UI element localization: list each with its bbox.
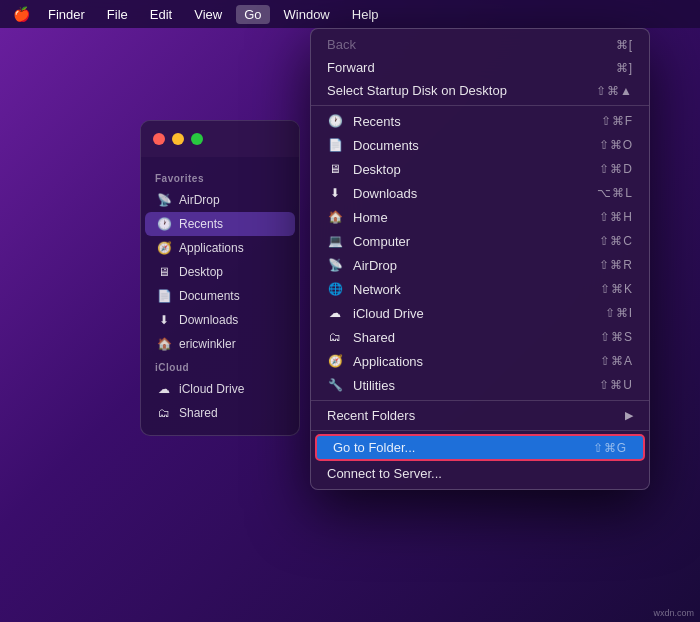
- utilities-menu-icon: 🔧: [327, 377, 343, 393]
- shared-label: Shared: [353, 330, 395, 345]
- apple-menu-icon[interactable]: 🍎: [12, 5, 30, 23]
- menu-item-network[interactable]: 🌐 Network ⇧⌘K: [311, 277, 649, 301]
- sidebar-item-documents[interactable]: 📄 Documents: [145, 284, 295, 308]
- menubar-finder[interactable]: Finder: [40, 5, 93, 24]
- maximize-button[interactable]: [191, 133, 203, 145]
- close-button[interactable]: [153, 133, 165, 145]
- downloads-shortcut: ⌥⌘L: [597, 186, 633, 200]
- computer-shortcut: ⇧⌘C: [599, 234, 633, 248]
- menu-item-desktop[interactable]: 🖥 Desktop ⇧⌘D: [311, 157, 649, 181]
- sidebar-desktop-label: Desktop: [179, 265, 223, 279]
- sidebar-documents-label: Documents: [179, 289, 240, 303]
- recents-menu-icon: 🕐: [327, 113, 343, 129]
- sidebar-item-airdrop[interactable]: 📡 AirDrop: [145, 188, 295, 212]
- startup-shortcut: ⇧⌘▲: [596, 84, 633, 98]
- documents-menu-icon: 📄: [327, 137, 343, 153]
- network-menu-icon: 🌐: [327, 281, 343, 297]
- menu-item-documents[interactable]: 📄 Documents ⇧⌘O: [311, 133, 649, 157]
- sidebar-recents-label: Recents: [179, 217, 223, 231]
- menu-item-recents[interactable]: 🕐 Recents ⇧⌘F: [311, 109, 649, 133]
- computer-menu-icon: 💻: [327, 233, 343, 249]
- menu-item-back[interactable]: Back ⌘[: [311, 33, 649, 56]
- connect-server-label: Connect to Server...: [327, 466, 442, 481]
- recents-shortcut: ⇧⌘F: [601, 114, 633, 128]
- sidebar-item-applications[interactable]: 🧭 Applications: [145, 236, 295, 260]
- desktop-label: Desktop: [353, 162, 401, 177]
- menu-item-icloud[interactable]: ☁ iCloud Drive ⇧⌘I: [311, 301, 649, 325]
- startup-label: Select Startup Disk on Desktop: [327, 83, 507, 98]
- minimize-button[interactable]: [172, 133, 184, 145]
- forward-label: Forward: [327, 60, 375, 75]
- airdrop-shortcut: ⇧⌘R: [599, 258, 633, 272]
- sidebar-item-downloads[interactable]: ⬇ Downloads: [145, 308, 295, 332]
- sidebar-item-home[interactable]: 🏠 ericwinkler: [145, 332, 295, 356]
- network-shortcut: ⇧⌘K: [600, 282, 633, 296]
- menu-item-home[interactable]: 🏠 Home ⇧⌘H: [311, 205, 649, 229]
- recents-icon: 🕐: [157, 217, 171, 231]
- menubar-go[interactable]: Go: [236, 5, 269, 24]
- recents-label: Recents: [353, 114, 401, 129]
- recent-folders-arrow: ▶: [625, 409, 633, 422]
- menu-item-downloads[interactable]: ⬇ Downloads ⌥⌘L: [311, 181, 649, 205]
- airdrop-menu-icon: 📡: [327, 257, 343, 273]
- divider-2: [311, 400, 649, 401]
- menu-item-forward[interactable]: Forward ⌘]: [311, 56, 649, 79]
- menu-item-applications[interactable]: 🧭 Applications ⇧⌘A: [311, 349, 649, 373]
- home-shortcut: ⇧⌘H: [599, 210, 633, 224]
- home-menu-icon: 🏠: [327, 209, 343, 225]
- downloads-menu-icon: ⬇: [327, 185, 343, 201]
- forward-shortcut: ⌘]: [616, 61, 633, 75]
- menu-item-airdrop[interactable]: 📡 AirDrop ⇧⌘R: [311, 253, 649, 277]
- watermark: wxdn.com: [653, 608, 694, 618]
- icloud-icon: ☁: [157, 382, 171, 396]
- menubar-file[interactable]: File: [99, 5, 136, 24]
- menubar-view[interactable]: View: [186, 5, 230, 24]
- sidebar-item-desktop[interactable]: 🖥 Desktop: [145, 260, 295, 284]
- sidebar-home-label: ericwinkler: [179, 337, 236, 351]
- menu-item-computer[interactable]: 💻 Computer ⇧⌘C: [311, 229, 649, 253]
- applications-label: Applications: [353, 354, 423, 369]
- home-icon: 🏠: [157, 337, 171, 351]
- back-shortcut: ⌘[: [616, 38, 633, 52]
- sidebar: Favorites 📡 AirDrop 🕐 Recents 🧭 Applicat…: [141, 157, 299, 435]
- icloud-label: iCloud: [141, 356, 299, 377]
- sidebar-item-recents[interactable]: 🕐 Recents: [145, 212, 295, 236]
- documents-label: Documents: [353, 138, 419, 153]
- menu-item-recent-folders[interactable]: Recent Folders ▶: [311, 404, 649, 427]
- back-label: Back: [327, 37, 356, 52]
- menu-item-startup[interactable]: Select Startup Disk on Desktop ⇧⌘▲: [311, 79, 649, 102]
- utilities-shortcut: ⇧⌘U: [599, 378, 633, 392]
- airdrop-label: AirDrop: [353, 258, 397, 273]
- shared-shortcut: ⇧⌘S: [600, 330, 633, 344]
- menu-item-shared[interactable]: 🗂 Shared ⇧⌘S: [311, 325, 649, 349]
- window-titlebar: [141, 121, 299, 157]
- sidebar-item-icloud[interactable]: ☁ iCloud Drive: [145, 377, 295, 401]
- menu-item-utilities[interactable]: 🔧 Utilities ⇧⌘U: [311, 373, 649, 397]
- applications-shortcut: ⇧⌘A: [600, 354, 633, 368]
- sidebar-downloads-label: Downloads: [179, 313, 238, 327]
- shared-menu-icon: 🗂: [327, 329, 343, 345]
- sidebar-item-shared[interactable]: 🗂 Shared: [145, 401, 295, 425]
- menu-item-connect-server[interactable]: Connect to Server...: [311, 462, 649, 485]
- desktop-icon: 🖥: [157, 265, 171, 279]
- menubar-help[interactable]: Help: [344, 5, 387, 24]
- applications-menu-icon: 🧭: [327, 353, 343, 369]
- applications-icon: 🧭: [157, 241, 171, 255]
- finder-window: Favorites 📡 AirDrop 🕐 Recents 🧭 Applicat…: [140, 120, 300, 436]
- go-menu: Back ⌘[ Forward ⌘] Select Startup Disk o…: [310, 28, 650, 490]
- favorites-label: Favorites: [141, 167, 299, 188]
- shared-icon: 🗂: [157, 406, 171, 420]
- go-to-folder-label: Go to Folder...: [333, 440, 415, 455]
- menubar-window[interactable]: Window: [276, 5, 338, 24]
- sidebar-airdrop-label: AirDrop: [179, 193, 220, 207]
- menu-item-go-to-folder[interactable]: Go to Folder... ⇧⌘G: [315, 434, 645, 461]
- divider-1: [311, 105, 649, 106]
- sidebar-icloud-label: iCloud Drive: [179, 382, 244, 396]
- icloud-menu-icon: ☁: [327, 305, 343, 321]
- go-to-folder-shortcut: ⇧⌘G: [593, 441, 627, 455]
- sidebar-applications-label: Applications: [179, 241, 244, 255]
- desktop-shortcut: ⇧⌘D: [599, 162, 633, 176]
- sidebar-shared-label: Shared: [179, 406, 218, 420]
- recent-folders-label: Recent Folders: [327, 408, 415, 423]
- menubar-edit[interactable]: Edit: [142, 5, 180, 24]
